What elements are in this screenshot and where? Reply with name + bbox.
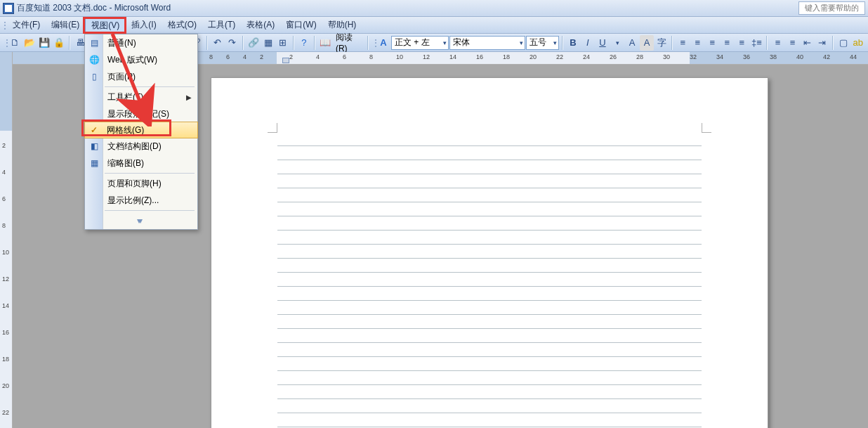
tables-borders-icon[interactable]: ▦	[261, 35, 275, 51]
vertical-ruler[interactable]: 2468101214161820222426	[0, 52, 13, 428]
gridline	[277, 342, 702, 343]
submenu-arrow-icon: ▶	[186, 93, 192, 101]
menubar: ⋮ 文件(F) 编辑(E) 视图(V) 插入(I) 格式(O) 工具(T) 表格…	[0, 17, 868, 34]
menu-item-pagelayout[interactable]: ▯页面(P)	[85, 68, 197, 85]
margin-corner-tl	[268, 123, 277, 133]
window-title: 百度知道 2003 文档.doc - Microsoft Word	[17, 2, 171, 14]
menu-item-docmap[interactable]: ◧文档结构图(D)	[85, 138, 197, 155]
menu-item-gridlines[interactable]: 网格线(G)	[84, 122, 198, 138]
gridline	[277, 300, 702, 301]
gridline	[277, 174, 702, 174]
gridline	[277, 244, 702, 245]
margin-corner-tr	[702, 123, 711, 133]
char-shading-icon[interactable]: A	[640, 35, 654, 51]
menu-item-weblayout[interactable]: 🌐Web 版式(W)	[85, 51, 197, 68]
menu-item-showmarks[interactable]: 显示段落标记(S)	[85, 105, 197, 122]
align-justify-icon[interactable]: ≡	[720, 35, 734, 51]
page[interactable]	[211, 77, 768, 428]
menu-help[interactable]: 帮助(H)	[322, 17, 362, 33]
menu-edit[interactable]: 编辑(E)	[46, 17, 85, 33]
style-select[interactable]: 正文 + 左	[391, 36, 449, 50]
increase-indent-icon[interactable]: ⇥	[815, 35, 829, 51]
style-format-icon[interactable]: A	[376, 35, 390, 51]
gridline	[277, 188, 702, 188]
italic-icon[interactable]: I	[581, 35, 595, 51]
size-select[interactable]: 五号	[526, 36, 559, 50]
menu-item-headerfooter[interactable]: 页眉和页脚(H)	[85, 175, 197, 192]
highlight-icon[interactable]: ab	[851, 35, 865, 51]
distribute-icon[interactable]: ≡	[735, 35, 749, 51]
normal-view-icon: ▤	[88, 37, 100, 48]
menu-view[interactable]: 视图(V)	[85, 17, 126, 33]
new-doc-icon[interactable]: 🗋	[8, 35, 22, 51]
line-spacing-icon[interactable]: ‡≡	[749, 35, 763, 51]
gridline	[277, 384, 702, 385]
menu-item-expand[interactable]: ▾▾	[85, 212, 197, 229]
gridline	[277, 272, 702, 273]
gridline	[277, 427, 702, 427]
underline-icon[interactable]: U	[596, 35, 610, 51]
menu-item-toolbars[interactable]: 工具栏(T)▶	[85, 89, 197, 105]
gridline	[277, 356, 702, 357]
char-border-icon[interactable]: A	[625, 35, 639, 51]
help-search-box[interactable]: 键入需要帮助的	[798, 1, 865, 15]
decrease-indent-icon[interactable]: ⇤	[801, 35, 815, 51]
gridline	[277, 286, 702, 287]
align-right-icon[interactable]: ≡	[705, 35, 719, 51]
word-icon	[3, 3, 14, 14]
insert-table-icon[interactable]: ⊞	[276, 35, 290, 51]
format-toolbar-grip[interactable]: ⋮	[371, 38, 376, 48]
redo-icon[interactable]: ↷	[225, 35, 239, 51]
bullets-icon[interactable]: ≡	[786, 35, 800, 51]
menu-format[interactable]: 格式(O)	[162, 17, 202, 33]
border-icon[interactable]: ▢	[836, 35, 850, 51]
dropdown-arrow-icon[interactable]: ▾	[610, 35, 624, 51]
web-layout-icon: 🌐	[88, 54, 100, 65]
read-label[interactable]: 阅读(R)	[333, 32, 364, 53]
gridline	[277, 258, 702, 259]
gridline	[277, 145, 702, 146]
gridline	[277, 370, 702, 371]
menu-table[interactable]: 表格(A)	[241, 17, 280, 33]
page-layout-icon: ▯	[88, 71, 100, 82]
gridline	[277, 398, 702, 399]
menu-window[interactable]: 窗口(W)	[280, 17, 322, 33]
open-icon[interactable]: 📂	[22, 35, 37, 51]
permissions-icon[interactable]: 🔒	[52, 35, 66, 51]
menu-item-thumbnails[interactable]: ▦缩略图(B)	[85, 155, 197, 171]
numbering-icon[interactable]: ≡	[770, 35, 784, 51]
menu-item-zoom[interactable]: 显示比例(Z)...	[85, 192, 197, 209]
menu-insert[interactable]: 插入(I)	[126, 17, 162, 33]
check-icon	[88, 124, 100, 136]
thumbnails-icon: ▦	[88, 157, 100, 169]
gridline	[277, 413, 702, 413]
menu-item-normal[interactable]: ▤普通(N)	[85, 34, 197, 51]
toolbar-grip[interactable]: ⋮	[3, 38, 7, 48]
menu-tools[interactable]: 工具(T)	[202, 17, 241, 33]
char-scaling-icon[interactable]: 字	[655, 35, 669, 51]
gridline	[277, 202, 702, 202]
align-center-icon[interactable]: ≡	[690, 35, 704, 51]
gridline	[277, 314, 702, 315]
view-dropdown: ▤普通(N) 🌐Web 版式(W) ▯页面(P) 工具栏(T)▶ 显示段落标记(…	[84, 34, 198, 230]
docmap-icon: ◧	[88, 141, 100, 152]
gridline	[277, 216, 702, 216]
first-line-indent-marker[interactable]	[282, 58, 289, 63]
help-icon[interactable]: ?	[297, 35, 311, 51]
menu-file[interactable]: 文件(F)	[7, 17, 46, 33]
title-bar: 百度知道 2003 文档.doc - Microsoft Word 键入需要帮助…	[0, 0, 868, 17]
hyperlink-icon[interactable]: 🔗	[246, 35, 261, 51]
gridline	[277, 328, 702, 329]
bold-icon[interactable]: B	[566, 35, 580, 51]
text-area[interactable]	[277, 133, 702, 428]
chevron-down-icon: ▾▾	[137, 216, 140, 226]
align-left-icon[interactable]: ≡	[676, 35, 690, 51]
font-select[interactable]: 宋体	[449, 36, 525, 50]
gridline	[277, 230, 702, 231]
gridline	[277, 160, 702, 160]
save-icon[interactable]: 💾	[37, 35, 51, 51]
undo-icon[interactable]: ↶	[211, 35, 225, 51]
read-mode-icon[interactable]: 📖	[318, 35, 332, 51]
